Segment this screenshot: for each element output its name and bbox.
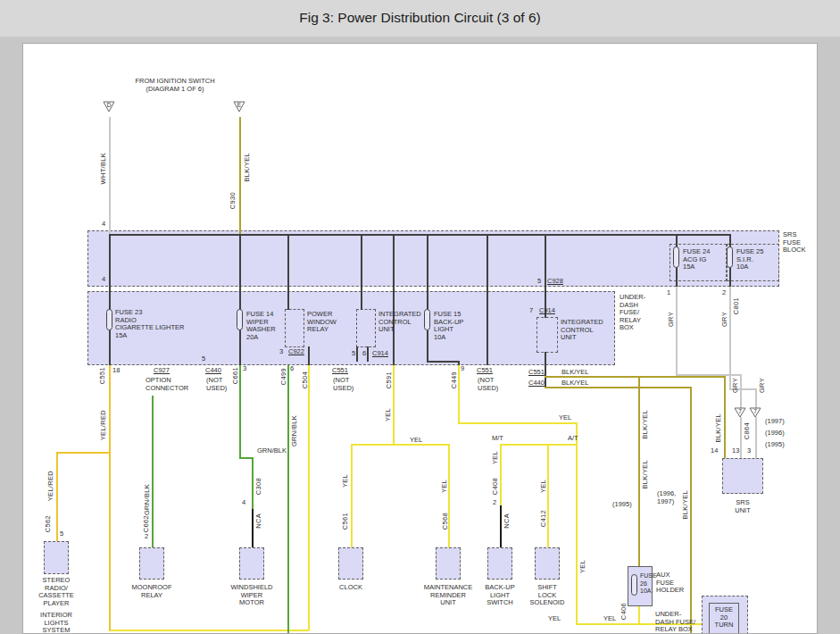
fuse15-symbol [424,309,430,330]
wire-label-grnblk: GRN/BLK [143,484,151,515]
wire-grnblk [239,365,241,459]
connector-label-c864: C864 [743,422,751,439]
connector-triangle-d: D [103,101,115,113]
year-note-1996: (1996) [765,430,785,438]
wire-yel [547,444,549,548]
wire-label-gry: GRY [731,378,739,393]
pin-4: 4 [102,221,105,229]
pin-9: 9 [461,365,464,373]
triangle-7-label: 7 [734,408,746,414]
pin-5: 5 [60,530,63,538]
wire-label-blkyel: BLK/YEL [641,460,649,489]
triangle-e-letter: E [233,102,245,108]
fuse25-label: FUSE 25 S.I.R. 10A [736,248,763,271]
wire-gry [729,287,731,389]
wire-label-blkyel: BLK/YEL [681,490,689,520]
clock-box [338,547,363,580]
wire-yel [351,444,353,548]
connector-label-c551: C551 [528,369,545,377]
connector-label-c449: C449 [450,371,458,388]
wire-blkyel [638,376,640,567]
wire-grnblk [152,396,154,548]
wire-label-yel: YEL [410,437,422,445]
wire-label-yel: YEL [341,474,349,488]
pin-3: 3 [279,348,283,356]
fuse14-symbol [237,309,243,330]
fuse26-symbol [631,574,637,596]
wire-yel [500,444,502,507]
connector-label-c551: C551 [332,367,348,375]
year-note-1996-1997: (1996, 1997) [657,490,676,505]
wire-label-yel: YEL [559,414,571,422]
maintenance-reminder-box [436,547,461,580]
backup-light-switch-label: BACK-UP LIGHT SWITCH [473,584,527,607]
wire-grnblk [239,457,253,459]
wire-whtblk [109,117,111,235]
connector-triangle-7: 7 [734,407,746,418]
fuse24-symbol [673,246,679,268]
wire-label-yel: YEL [548,615,561,623]
moonroof-relay-box [139,547,164,580]
not-used-label: (NOT USED) [206,377,227,392]
wire-label-blkyel: BLK/YEL [561,369,588,377]
shift-lock-solenoid-box [535,547,560,580]
moonroof-relay-label: MOONROOF RELAY [125,584,179,599]
wire-label-gry: GRY [720,312,728,327]
connector-label-c504: C504 [301,371,309,388]
pin-4: 4 [242,499,245,507]
wire-yel [393,365,395,445]
wire-yel [576,422,578,625]
connector-triangle-7: 7 [749,407,761,418]
wiring-diagram-page: Fig 3: Power Distribution Circuit (3 of … [0,0,840,634]
fuse25-symbol [727,246,733,268]
connector-label-c440: C440 [528,380,545,388]
wire-yel [500,444,578,446]
pin-14: 14 [711,447,718,455]
option-connector-label: OPTION CONNECTOR [146,377,188,392]
wire-yel [638,606,640,624]
wire-label-blkyel: BLK/YEL [561,380,588,388]
connector-label-c928: C928 [547,278,563,286]
connector-label-c561: C561 [341,513,349,530]
transmission-label-mt: M/T [492,435,503,443]
pin-13: 13 [732,447,739,455]
srs-fuse-block-label: SRS FUSE BLOCK [783,231,805,254]
fuse23-label: FUSE 23 RADIO CIGARETTE LIGHTER 15A [115,309,185,339]
wire-label-yel: YEL [491,451,499,464]
wire-black [487,235,488,365]
wire-label-grnblk: GRN/BLK [290,415,298,446]
pin-7: 7 [529,307,533,315]
wire-gry [740,374,742,408]
pin-3: 3 [243,365,246,373]
aux-fuse-holder-label: AUX FUSE HOLDER [656,571,684,595]
wire-black [427,235,428,310]
wire-black [545,352,546,388]
wire-label-yelred: YEL/RED [46,471,54,501]
wire-blkyel [724,376,726,459]
not-used-label: (NOT USED) [478,377,498,392]
triangle-7-label: 7 [749,408,761,414]
wire-label-blkyel: BLK/YEL [714,413,722,443]
connector-label-c551: C551 [477,367,493,375]
wire-nca [500,505,502,548]
power-window-relay-box [285,309,304,347]
wire-yelred [109,365,111,630]
wire-label-whtblk: WHT/BLK [99,153,107,184]
wire-grnblk [252,457,254,511]
pin-2: 2 [493,499,496,507]
stereo-label: STEREO RADIO/ CASSETTE PLAYER [29,577,83,607]
wire-black [109,235,111,365]
connector-label-c412: C412 [539,510,547,527]
connector-label-c927: C927 [154,367,170,375]
integrated-control-unit1-label: INTEGRATED CONTROL UNIT [378,311,421,334]
connector-label-c406: C406 [620,603,628,620]
pin-2: 2 [145,533,148,541]
wire-black [239,235,241,365]
fuse26-label: FUSE 26 10A [640,572,657,596]
connector-label-c930: C930 [229,192,237,209]
wire-label-gry: GRY [667,312,675,327]
from-ignition-label: FROM IGNITION SWITCH (DIAGRAM 1 OF 6) [86,78,264,93]
wire-gry [755,388,757,408]
wire-yel [308,365,310,630]
wire-black [287,235,289,310]
